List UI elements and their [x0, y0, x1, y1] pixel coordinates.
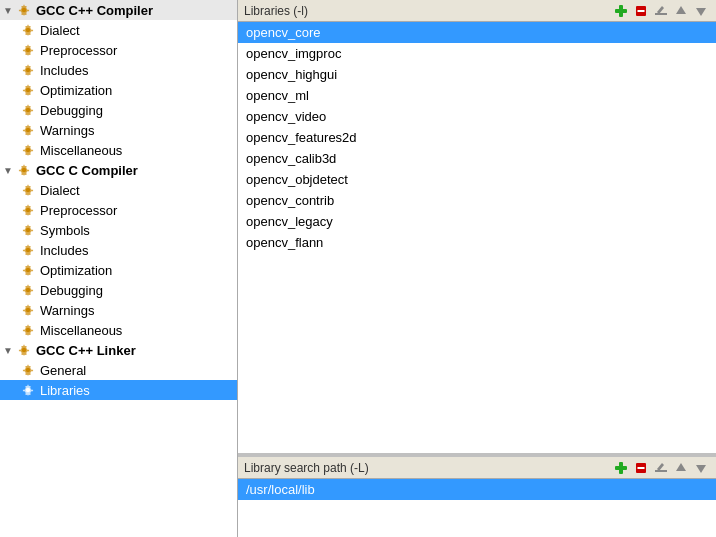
tree-item-c-preprocessor[interactable]: Preprocessor: [0, 200, 237, 220]
tree-item-label-linker-general: General: [40, 363, 86, 378]
search-path-up-btn[interactable]: [672, 460, 690, 476]
gear-icon-cpp-warnings: [20, 122, 36, 138]
gear-icon-cpp-miscellaneous: [20, 142, 36, 158]
tree-item-cpp-includes[interactable]: Includes: [0, 60, 237, 80]
tree-item-c-warnings[interactable]: Warnings: [0, 300, 237, 320]
svg-rect-24: [655, 13, 667, 15]
tree-item-c-symbols[interactable]: Symbols: [0, 220, 237, 240]
gear-icon-gcc-cpp-linker: [16, 342, 32, 358]
svg-marker-33: [657, 463, 664, 471]
tree-item-c-includes[interactable]: Includes: [0, 240, 237, 260]
library-list-item[interactable]: opencv_core: [238, 22, 716, 43]
tree-section-gcc-cpp-linker: ▼ GCC C++ Linker General Libraries: [0, 340, 237, 400]
gear-icon-c-preprocessor: [20, 202, 36, 218]
gear-icon-c-optimization: [20, 262, 36, 278]
tree-item-linker-general[interactable]: General: [0, 360, 237, 380]
expand-icon-gcc-c-compiler: ▼: [2, 164, 14, 176]
tree-item-c-dialect[interactable]: Dialect: [0, 180, 237, 200]
tree-section-header-gcc-c-compiler[interactable]: ▼ GCC C Compiler: [0, 160, 237, 180]
tree-item-label-cpp-miscellaneous: Miscellaneous: [40, 143, 122, 158]
gear-icon-cpp-includes: [20, 62, 36, 78]
tree-item-label-linker-libraries: Libraries: [40, 383, 90, 398]
gear-icon-gcc-c-compiler: [16, 162, 32, 178]
tree-item-label-c-preprocessor: Preprocessor: [40, 203, 117, 218]
libraries-down-btn[interactable]: [692, 3, 710, 19]
tree-item-c-debugging[interactable]: Debugging: [0, 280, 237, 300]
svg-rect-29: [619, 462, 623, 474]
gear-icon-linker-libraries: [20, 382, 36, 398]
expand-icon-gcc-cpp-linker: ▼: [2, 344, 14, 356]
search-path-list: /usr/local/lib: [238, 479, 716, 537]
tree-item-label-c-dialect: Dialect: [40, 183, 80, 198]
gear-icon-c-debugging: [20, 282, 36, 298]
library-list-item[interactable]: opencv_imgproc: [238, 43, 716, 64]
tree-item-label-cpp-preprocessor: Preprocessor: [40, 43, 117, 58]
svg-rect-21: [619, 5, 623, 17]
gear-icon-gcc-cpp-compiler: [16, 2, 32, 18]
tree-item-label-cpp-dialect: Dialect: [40, 23, 80, 38]
tree-item-c-miscellaneous[interactable]: Miscellaneous: [0, 320, 237, 340]
expand-icon-gcc-cpp-compiler: ▼: [2, 4, 14, 16]
libraries-add-btn[interactable]: [612, 3, 630, 19]
library-list-item[interactable]: opencv_contrib: [238, 190, 716, 211]
tree-item-label-c-miscellaneous: Miscellaneous: [40, 323, 122, 338]
tree-section-header-gcc-cpp-linker[interactable]: ▼ GCC C++ Linker: [0, 340, 237, 360]
search-path-section: Library search path (-L): [238, 457, 716, 537]
svg-marker-35: [696, 465, 706, 473]
library-list-item[interactable]: opencv_features2d: [238, 127, 716, 148]
search-path-add-btn[interactable]: [612, 460, 630, 476]
search-path-header-label: Library search path (-L): [244, 461, 612, 475]
tree-section-label-gcc-cpp-compiler: GCC C++ Compiler: [36, 3, 153, 18]
tree-item-label-c-debugging: Debugging: [40, 283, 103, 298]
library-list-item[interactable]: opencv_flann: [238, 232, 716, 253]
libraries-header-buttons: [612, 3, 710, 19]
tree-section-label-gcc-c-compiler: GCC C Compiler: [36, 163, 138, 178]
tree-section-header-gcc-cpp-compiler[interactable]: ▼ GCC C++ Compiler: [0, 0, 237, 20]
tree-item-label-c-includes: Includes: [40, 243, 88, 258]
tree-item-linker-libraries[interactable]: Libraries: [0, 380, 237, 400]
search-path-list-item[interactable]: /usr/local/lib: [238, 479, 716, 500]
gear-icon-cpp-optimization: [20, 82, 36, 98]
tree-item-cpp-optimization[interactable]: Optimization: [0, 80, 237, 100]
svg-marker-25: [657, 6, 664, 14]
search-path-down-btn[interactable]: [692, 460, 710, 476]
libraries-remove-btn[interactable]: [632, 3, 650, 19]
tree-item-label-cpp-warnings: Warnings: [40, 123, 94, 138]
svg-marker-34: [676, 463, 686, 471]
gear-icon-linker-general: [20, 362, 36, 378]
tree-item-label-cpp-optimization: Optimization: [40, 83, 112, 98]
libraries-header-label: Libraries (-l): [244, 4, 612, 18]
tree-item-label-c-symbols: Symbols: [40, 223, 90, 238]
gear-icon-c-dialect: [20, 182, 36, 198]
libraries-header: Libraries (-l): [238, 0, 716, 22]
library-list-item[interactable]: opencv_legacy: [238, 211, 716, 232]
library-list-item[interactable]: opencv_ml: [238, 85, 716, 106]
svg-marker-26: [676, 6, 686, 14]
tree-item-cpp-debugging[interactable]: Debugging: [0, 100, 237, 120]
gear-icon-cpp-debugging: [20, 102, 36, 118]
library-list-item[interactable]: opencv_objdetect: [238, 169, 716, 190]
search-path-remove-btn[interactable]: [632, 460, 650, 476]
svg-rect-23: [638, 10, 645, 12]
library-list-item[interactable]: opencv_video: [238, 106, 716, 127]
tree-item-c-optimization[interactable]: Optimization: [0, 260, 237, 280]
tree-item-label-c-warnings: Warnings: [40, 303, 94, 318]
gear-icon-c-miscellaneous: [20, 322, 36, 338]
tree-item-cpp-preprocessor[interactable]: Preprocessor: [0, 40, 237, 60]
tree-item-cpp-warnings[interactable]: Warnings: [0, 120, 237, 140]
tree-section-gcc-cpp-compiler: ▼ GCC C++ Compiler Dialect Preprocessor …: [0, 0, 237, 160]
search-path-header: Library search path (-L): [238, 457, 716, 479]
library-list-item[interactable]: opencv_highgui: [238, 64, 716, 85]
libraries-up-btn[interactable]: [672, 3, 690, 19]
libraries-edit-btn[interactable]: [652, 3, 670, 19]
tree-item-cpp-miscellaneous[interactable]: Miscellaneous: [0, 140, 237, 160]
search-path-header-buttons: [612, 460, 710, 476]
svg-rect-32: [655, 470, 667, 472]
tree-item-cpp-dialect[interactable]: Dialect: [0, 20, 237, 40]
gear-icon-cpp-preprocessor: [20, 42, 36, 58]
library-list-item[interactable]: opencv_calib3d: [238, 148, 716, 169]
svg-marker-27: [696, 8, 706, 16]
tree-item-label-c-optimization: Optimization: [40, 263, 112, 278]
search-path-edit-btn[interactable]: [652, 460, 670, 476]
right-panel: Libraries (-l): [238, 0, 716, 537]
